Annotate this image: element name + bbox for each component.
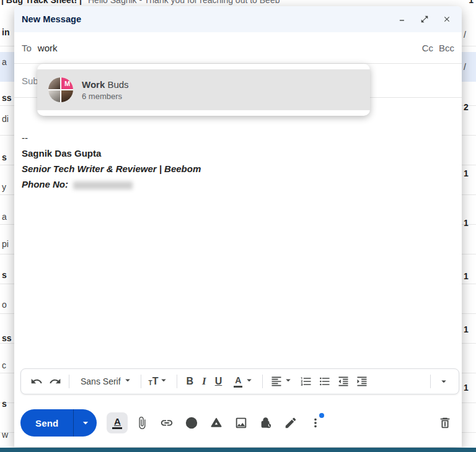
confidential-lock-icon: [259, 416, 273, 430]
compose-titlebar[interactable]: New Message: [14, 6, 462, 32]
bulleted-list-button[interactable]: [319, 375, 331, 388]
align-dropdown[interactable]: [270, 375, 294, 388]
to-field[interactable]: To work Cc Bcc: [14, 32, 462, 64]
toolbar-divider: [177, 375, 177, 388]
signature-phone-label: Phone No:: [22, 179, 68, 189]
email-date-fragment: 2: [464, 102, 469, 112]
compose-action-bar: Send A: [20, 406, 456, 440]
insert-link-button[interactable]: [156, 412, 177, 433]
more-vertical-icon: [309, 416, 322, 430]
cc-toggle[interactable]: Cc: [422, 43, 433, 53]
compose-title: New Message: [22, 14, 81, 24]
toolbar-divider: [430, 375, 431, 388]
email-text-fragment: o: [2, 300, 7, 310]
redacted-phone-number: [73, 181, 133, 189]
bulleted-list-icon: [319, 375, 331, 388]
email-date-fragment: 1: [469, 0, 474, 5]
numbered-list-icon: [300, 375, 312, 388]
chevron-down-icon: [122, 375, 133, 388]
toolbar-divider: [262, 375, 263, 388]
text-color-icon: A: [234, 376, 242, 388]
insert-signature-button[interactable]: [280, 412, 301, 433]
member-initial-quadrant: M: [61, 77, 73, 89]
chevron-down-icon: [79, 417, 92, 429]
member-photo-quadrant: [48, 90, 60, 102]
confidential-mode-button[interactable]: [255, 412, 276, 433]
redo-button[interactable]: [49, 375, 61, 388]
image-icon: [234, 416, 248, 430]
email-text-fragment: ss: [2, 93, 12, 103]
trash-icon: [438, 416, 452, 430]
font-size-dropdown[interactable]: TT: [149, 375, 170, 388]
chevron-down-icon: [158, 375, 169, 388]
open-in-full-icon[interactable]: [420, 14, 430, 24]
insert-photo-button[interactable]: [231, 412, 252, 433]
signature-title: Senior Tech Writer & Reviewer | Beebom: [22, 161, 454, 176]
text-format-icon: A: [112, 417, 122, 430]
send-options-dropdown[interactable]: [73, 409, 97, 437]
email-row-top[interactable]: | Bug Track Sheet! | Hello Sagnik - Than…: [0, 0, 476, 6]
emoji-icon: [185, 416, 198, 430]
text-color-dropdown[interactable]: A: [229, 375, 255, 388]
email-text-fragment: a: [2, 212, 7, 222]
more-formatting-dropdown[interactable]: [438, 376, 449, 387]
email-text-fragment: in: [2, 27, 9, 37]
indent-increase-icon: [356, 375, 368, 388]
more-options-button[interactable]: [305, 412, 326, 433]
email-date-fragment: 1: [464, 383, 469, 393]
email-snippet-fragment: Hello Sagnik - Thank you for reaching ou…: [88, 0, 462, 5]
email-text-fragment: s: [2, 270, 7, 280]
insert-emoji-button[interactable]: [181, 412, 202, 433]
email-text-fragment: w: [2, 430, 8, 440]
numbered-list-button[interactable]: [300, 375, 312, 388]
email-date-fragment: /: [464, 30, 466, 40]
indent-decrease-button[interactable]: [337, 375, 350, 388]
font-family-label: Sans Serif: [81, 376, 121, 386]
formatting-options-button[interactable]: A: [107, 412, 128, 433]
signature-phone-line: Phone No:: [22, 176, 454, 192]
close-icon[interactable]: [442, 14, 452, 24]
email-date-fragment: 1: [464, 218, 469, 228]
insert-from-drive-button[interactable]: [206, 412, 227, 433]
send-button[interactable]: Send: [20, 409, 73, 437]
toolbar-divider: [141, 375, 141, 388]
to-label: To: [22, 43, 32, 53]
titlebar-controls: [397, 14, 452, 24]
minimize-icon[interactable]: [397, 14, 407, 24]
group-avatar-icon: M: [48, 77, 73, 102]
email-text-fragment: pi: [2, 239, 9, 249]
contact-suggestion-item[interactable]: M Work Buds 6 members: [37, 69, 370, 110]
email-date-fragment: 1: [464, 168, 469, 178]
indent-decrease-icon: [337, 375, 350, 388]
email-text-fragment: s: [2, 399, 7, 409]
font-family-dropdown[interactable]: Sans Serif: [77, 375, 133, 388]
attach-files-button[interactable]: [131, 412, 152, 433]
group-name: Work Buds: [82, 79, 129, 90]
suggestion-text: Work Buds 6 members: [82, 79, 129, 101]
compose-tool-icons: A: [107, 412, 326, 433]
link-icon: [160, 416, 174, 430]
indent-increase-button[interactable]: [356, 375, 368, 388]
undo-icon: [30, 375, 43, 388]
attach-icon: [135, 416, 149, 430]
cc-bcc-toggles: Cc Bcc: [422, 43, 454, 53]
underline-button[interactable]: U: [215, 376, 223, 387]
screen: | Bug Track Sheet! | Hello Sagnik - Than…: [0, 0, 476, 452]
contact-suggestion-dropdown: M Work Buds 6 members: [37, 64, 370, 116]
signature-separator: --: [22, 130, 454, 146]
bcc-toggle[interactable]: Bcc: [439, 43, 454, 53]
chevron-down-icon: [438, 376, 449, 387]
bold-button[interactable]: B: [186, 376, 193, 387]
font-size-icon: TT: [149, 376, 159, 386]
email-subject-fragment: | Bug Track Sheet! |: [1, 0, 82, 5]
discard-draft-button[interactable]: [434, 412, 456, 433]
member-photo-quadrant: [61, 90, 73, 102]
undo-button[interactable]: [30, 375, 43, 388]
email-date-fragment: /: [464, 62, 466, 72]
email-text-fragment: a: [2, 57, 7, 67]
to-input-value[interactable]: work: [38, 43, 58, 53]
pen-icon: [284, 416, 298, 430]
italic-button[interactable]: I: [202, 375, 206, 388]
send-split-button: Send: [20, 409, 97, 437]
email-text-fragment: ss: [2, 333, 12, 343]
